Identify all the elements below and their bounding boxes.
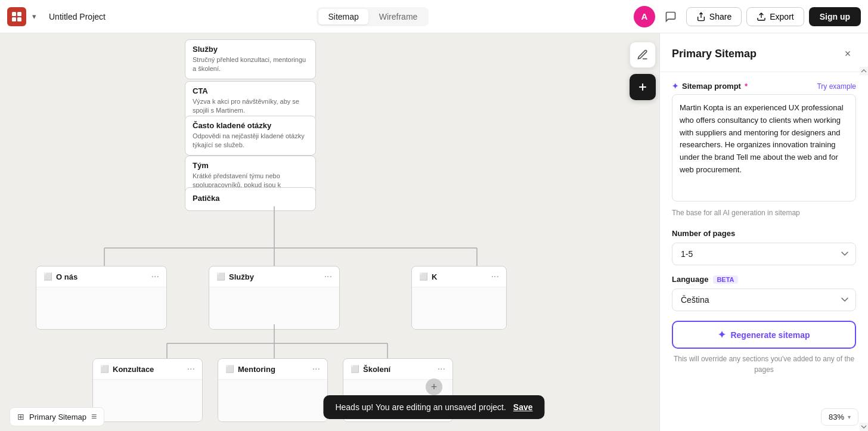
konzultace-page-card[interactable]: ⬜ Konzultace ··· (92, 358, 203, 422)
k-page-body (412, 287, 506, 329)
tab-sitemap[interactable]: Sitemap (318, 9, 368, 24)
sidebar-close-button[interactable]: × (839, 45, 856, 62)
o-nas-page-card[interactable]: ⬜ O nás ··· (36, 266, 167, 330)
svg-rect-1 (17, 12, 21, 16)
zoom-chevron: ▾ (848, 414, 851, 420)
paticka-card[interactable]: Patička (185, 187, 316, 211)
edit-fab-button[interactable] (630, 42, 656, 68)
pages-label: Number of pages (672, 229, 856, 238)
scroll-down-arrow[interactable] (860, 423, 868, 431)
sitemap-tab-bar: ⊞ Primary Sitemap ≡ (10, 407, 104, 426)
language-row: Language BETA (672, 275, 856, 284)
language-label: Language (672, 275, 708, 284)
share-button[interactable]: Share (686, 7, 742, 26)
prompt-hint: The base for all AI generation in sitema… (672, 209, 856, 217)
sitemap-map-icon: ⊞ (17, 412, 24, 421)
mentoring-page-card[interactable]: ⬜ Mentoring ··· (218, 358, 328, 422)
k-page-card[interactable]: ⬜ K ··· (411, 266, 507, 330)
page-icon-k: ⬜ (419, 272, 428, 281)
mentoring-more-button[interactable]: ··· (312, 364, 320, 374)
beta-badge: BETA (713, 275, 737, 284)
svg-rect-0 (12, 12, 16, 16)
page-icon-mentoring: ⬜ (225, 365, 234, 373)
page-icon-skoleni: ⬜ (351, 365, 359, 373)
logo-button[interactable] (7, 7, 26, 26)
toast-notification: Heads up! You are editing an unsaved pro… (323, 395, 544, 419)
o-nas-more-button[interactable]: ··· (151, 271, 159, 282)
topbar: ▾ Untitled Project Sitemap Wireframe A S… (0, 0, 868, 33)
pages-select[interactable]: 1-5 6-10 11-15 16+ (672, 243, 856, 265)
konzultace-page-body (93, 380, 202, 421)
required-indicator: * (745, 82, 748, 91)
try-example-link[interactable]: Try example (817, 82, 856, 91)
regenerate-button[interactable]: ✦ Regenerate sitemap (672, 321, 856, 349)
sluzby-content-card[interactable]: Služby Stručný přehled konzultaci, mento… (185, 39, 316, 79)
sidebar-title: Primary Sitemap (672, 48, 757, 60)
add-fab-button[interactable] (630, 74, 656, 100)
k-more-button[interactable]: ··· (491, 271, 499, 282)
sluzby-page-body (209, 287, 339, 329)
konzultace-more-button[interactable]: ··· (187, 364, 195, 374)
scroll-up-arrow[interactable] (860, 67, 868, 75)
logo-chevron[interactable]: ▾ (31, 11, 38, 22)
regen-hint-text: This will override any sections you've a… (672, 354, 856, 375)
canvas-area: Služby Stručný přehled konzultaci, mento… (0, 33, 659, 431)
signup-button[interactable]: Sign up (809, 7, 861, 26)
toast-save-button[interactable]: Save (513, 402, 533, 412)
sidebar-panel: Primary Sitemap × ✦ Sitemap prompt * Try… (659, 33, 868, 431)
cta-card[interactable]: CTA Výzva k akci pro návštěvníky, aby se… (185, 81, 316, 121)
chat-button[interactable] (660, 6, 681, 27)
export-button[interactable]: Export (746, 7, 804, 26)
sidebar-body: ✦ Sitemap prompt * Try example The base … (660, 72, 868, 431)
o-nas-page-body (36, 287, 166, 329)
prompt-label: ✦ Sitemap prompt * Try example (672, 82, 856, 91)
svg-rect-2 (12, 17, 16, 21)
toast-message: Heads up! You are editing an unsaved pro… (335, 402, 506, 412)
project-title-button[interactable]: Untitled Project (42, 9, 112, 24)
sitemap-menu-button[interactable]: ≡ (91, 411, 97, 422)
mentoring-page-body (218, 380, 327, 421)
zoom-value: 83% (829, 413, 844, 421)
regen-spark-icon: ✦ (718, 329, 726, 340)
spark-icon: ✦ (672, 82, 678, 91)
avatar[interactable]: A (634, 6, 655, 27)
page-icon: ⬜ (44, 272, 52, 281)
zoom-control[interactable]: 83% ▾ (821, 408, 858, 426)
page-icon-konzultace: ⬜ (100, 365, 109, 373)
casto-card[interactable]: Často kladené otázky Odpovědi na nejčast… (185, 116, 316, 156)
svg-rect-3 (17, 17, 21, 21)
skoleni-more-button[interactable]: ··· (438, 364, 445, 374)
sitemap-label: Primary Sitemap (29, 413, 86, 421)
language-select[interactable]: Čeština English Deutsch Français (672, 289, 856, 311)
prompt-textarea[interactable] (672, 94, 856, 201)
tab-wireframe[interactable]: Wireframe (370, 9, 427, 24)
view-tabs: Sitemap Wireframe (317, 7, 429, 26)
sidebar-header: Primary Sitemap × (660, 33, 868, 72)
add-node-button[interactable]: + (426, 379, 442, 395)
sluzby-more-button[interactable]: ··· (324, 271, 332, 282)
sluzby-page-card[interactable]: ⬜ Služby ··· (209, 266, 340, 330)
page-icon-sluzby: ⬜ (216, 272, 225, 281)
